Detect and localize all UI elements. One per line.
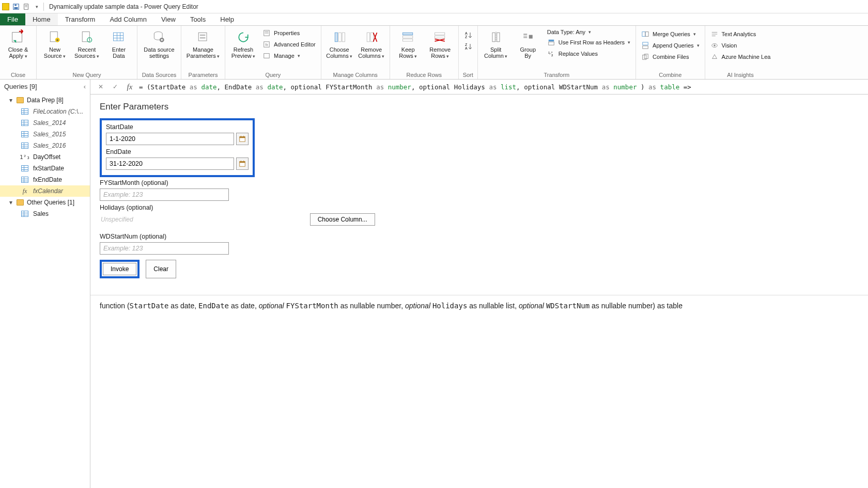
enddate-input[interactable] <box>106 158 234 170</box>
group-label-reduce-rows: Reduce Rows <box>393 71 455 78</box>
data-type-button[interactable]: Data Type: Any <box>545 28 632 36</box>
collapse-pane-icon[interactable]: ‹ <box>84 83 86 90</box>
document-icon[interactable] <box>23 3 30 10</box>
enter-data-label: Enter Data <box>112 46 126 59</box>
remove-rows-button[interactable]: Remove Rows <box>425 28 455 60</box>
first-row-headers-button[interactable]: Use First Row as Headers <box>545 37 632 48</box>
replace-values-button[interactable]: 12 Replace Values <box>545 49 632 59</box>
query-item[interactable]: Sales <box>0 208 90 219</box>
query-item[interactable]: Sales_2015 <box>0 129 90 140</box>
data-type-label: Data Type: Any <box>547 29 585 35</box>
tree-group-data-prep[interactable]: ▾ Data Prep [8] <box>0 95 90 106</box>
vision-button[interactable]: Vision <box>708 40 773 51</box>
number-icon: 1²₃ <box>21 153 29 161</box>
table-icon <box>21 119 29 127</box>
startdate-input[interactable] <box>106 133 234 145</box>
combine-files-button[interactable]: Combine Files <box>639 52 702 62</box>
new-source-button[interactable]: ★ New Source <box>40 28 70 60</box>
replace-values-label: Replace Values <box>559 51 598 57</box>
svg-rect-12 <box>114 33 123 41</box>
manage-icon <box>262 52 271 60</box>
sort-desc-button[interactable]: ZA <box>462 41 474 52</box>
enddate-picker-button[interactable] <box>236 158 249 170</box>
query-item-label: Sales_2014 <box>33 119 66 127</box>
properties-button[interactable]: Properties <box>260 28 318 38</box>
svg-text:2: 2 <box>551 53 553 57</box>
query-item[interactable]: Sales_2014 <box>0 117 90 129</box>
recent-sources-button[interactable]: Recent Sources <box>72 28 102 60</box>
manage-parameters-button[interactable]: Manage Parameters <box>184 28 222 60</box>
save-icon[interactable] <box>12 3 20 10</box>
fystartmonth-label: FYStartMonth (optional) <box>100 179 859 186</box>
first-row-headers-icon <box>547 38 555 46</box>
text-analytics-button[interactable]: Text Analytics <box>708 29 773 39</box>
svg-rect-69 <box>240 162 245 163</box>
tab-help[interactable]: Help <box>213 13 241 25</box>
query-item[interactable]: Sales_2016 <box>0 140 90 151</box>
append-queries-button[interactable]: Append Queries <box>639 40 702 51</box>
manage-parameters-label: Manage Parameters <box>187 46 220 59</box>
query-item[interactable]: FileLocation (C:\... <box>0 106 90 117</box>
svg-rect-54 <box>645 32 648 37</box>
svg-rect-48 <box>529 35 532 39</box>
fystartmonth-input[interactable] <box>100 188 229 201</box>
commit-formula-icon[interactable]: ✓ <box>110 82 120 92</box>
queries-pane: Queries [9] ‹ ▾ Data Prep [8] FileLocati… <box>0 80 90 488</box>
merge-queries-button[interactable]: Merge Queries <box>639 29 702 39</box>
tab-file[interactable]: File <box>0 13 25 25</box>
close-apply-button[interactable]: Close & Apply <box>3 28 33 60</box>
svg-rect-33 <box>370 33 373 42</box>
svg-rect-20 <box>198 33 207 41</box>
choose-column-button[interactable]: Choose Column... <box>310 213 375 226</box>
query-item[interactable]: fxfxCalendar <box>0 185 90 197</box>
ribbon-group-reduce-rows: Keep Rows Remove Rows Reduce Rows <box>390 26 459 79</box>
advanced-editor-button[interactable]: fx Advanced Editor <box>260 39 318 50</box>
tree-group-other-queries[interactable]: ▾ Other Queries [1] <box>0 197 90 208</box>
svg-rect-46 <box>523 34 527 36</box>
query-item[interactable]: fxStartDate <box>0 163 90 174</box>
ribbon-group-parameters: Manage Parameters Parameters <box>181 26 225 79</box>
svg-rect-65 <box>240 137 245 138</box>
query-item-label: Sales_2015 <box>33 131 66 138</box>
group-by-label: Group By <box>520 46 536 59</box>
tab-transform[interactable]: Transform <box>58 13 103 25</box>
azure-ml-button[interactable]: Azure Machine Lea <box>708 52 773 62</box>
choose-columns-button[interactable]: Choose Columns <box>324 28 354 60</box>
group-by-button[interactable]: Group By <box>513 28 543 60</box>
tree-group-label: Data Prep [8] <box>27 97 64 104</box>
enter-data-button[interactable]: Enter Data <box>104 28 134 60</box>
split-column-label: Split Column <box>484 46 507 59</box>
invoke-button[interactable]: Invoke <box>103 263 136 275</box>
query-item-label: Sales_2016 <box>33 142 66 149</box>
holidays-unspecified: Unspecified <box>100 214 134 225</box>
group-label-query: Query <box>228 71 318 78</box>
tab-view[interactable]: View <box>154 13 183 25</box>
refresh-preview-button[interactable]: Refresh Preview <box>228 28 258 60</box>
tab-home[interactable]: Home <box>25 13 58 25</box>
tab-tools[interactable]: Tools <box>183 13 213 25</box>
tab-add-column[interactable]: Add Column <box>102 13 154 25</box>
svg-rect-38 <box>435 36 444 38</box>
query-item[interactable]: fxEndDate <box>0 174 90 185</box>
formula-bar: ✕ ✓ fx = (StartDate as date, EndDate as … <box>90 80 868 95</box>
manage-button[interactable]: Manage <box>260 51 318 61</box>
svg-rect-35 <box>402 36 412 38</box>
ribbon-tabs: File Home Transform Add Column View Tool… <box>0 13 868 26</box>
wdstartnum-input[interactable] <box>100 242 229 255</box>
fx-icon[interactable]: fx <box>125 82 135 92</box>
keep-rows-button[interactable]: Keep Rows <box>393 28 423 60</box>
sort-asc-button[interactable]: AZ <box>462 30 474 40</box>
combine-files-label: Combine Files <box>653 54 689 60</box>
qat-dropdown-icon[interactable]: ▾ <box>33 3 40 10</box>
formula-text[interactable]: = (StartDate as date, EndDate as date, o… <box>139 83 863 91</box>
query-item[interactable]: 1²₃DayOffset <box>0 151 90 163</box>
first-row-headers-label: Use First Row as Headers <box>559 39 625 45</box>
split-column-button[interactable]: Split Column <box>481 28 511 60</box>
cancel-formula-icon[interactable]: ✕ <box>96 82 106 92</box>
startdate-picker-button[interactable] <box>236 133 249 145</box>
table-icon <box>21 165 29 172</box>
data-source-settings-button[interactable]: Data source settings <box>141 28 178 60</box>
clear-button[interactable]: Clear <box>146 260 176 278</box>
remove-columns-button[interactable]: Remove Columns <box>357 28 386 60</box>
svg-text:A: A <box>465 46 468 50</box>
